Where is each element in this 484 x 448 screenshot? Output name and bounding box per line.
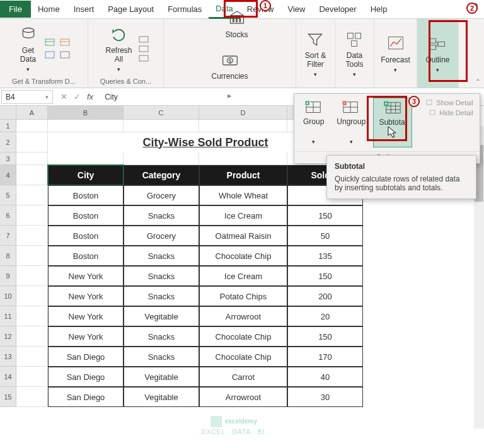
- tab-file[interactable]: File: [0, 1, 31, 18]
- row-header[interactable]: 15: [0, 387, 16, 407]
- cell-category[interactable]: Snacks: [124, 246, 199, 266]
- table-row[interactable]: New YorkSnacksIce Cream150: [16, 266, 484, 286]
- cell-qty[interactable]: 150: [287, 266, 363, 286]
- cell-qty[interactable]: 150: [287, 326, 363, 347]
- col-header[interactable]: B: [48, 106, 124, 120]
- cell-city[interactable]: New York: [48, 306, 124, 326]
- get-data-mini-icons[interactable]: [43, 37, 72, 61]
- tab-insert[interactable]: Insert: [67, 1, 101, 18]
- group-button[interactable]: Group▾: [298, 98, 329, 147]
- row-header[interactable]: 4: [0, 165, 16, 185]
- row-header[interactable]: 2: [0, 132, 16, 152]
- cell-city[interactable]: Boston: [48, 226, 124, 246]
- cell-city[interactable]: Boston: [48, 246, 124, 266]
- ribbon-collapse-icon[interactable]: ⌃: [475, 78, 480, 85]
- cell-category[interactable]: Vegitable: [124, 387, 199, 407]
- cell-qty[interactable]: 170: [287, 347, 363, 367]
- tab-page-layout[interactable]: Page Layout: [101, 1, 161, 18]
- cell-category[interactable]: Snacks: [124, 286, 199, 306]
- tab-view[interactable]: View: [280, 1, 312, 18]
- cell-qty[interactable]: 40: [287, 367, 363, 387]
- row-header[interactable]: 5: [0, 185, 16, 205]
- row-header[interactable]: 8: [0, 246, 16, 266]
- col-header[interactable]: A: [16, 106, 48, 120]
- cell-product[interactable]: Ice Cream: [199, 205, 287, 226]
- outline-button[interactable]: Outline▾: [422, 33, 453, 76]
- cell-product[interactable]: Chocolate Chip: [199, 246, 287, 266]
- row-header[interactable]: 14: [0, 367, 16, 387]
- row-header[interactable]: 12: [0, 326, 16, 347]
- header-product[interactable]: Product: [199, 165, 287, 185]
- tab-home[interactable]: Home: [31, 1, 67, 18]
- col-header[interactable]: D: [199, 106, 287, 120]
- cell-city[interactable]: San Diego: [48, 367, 124, 387]
- cell-qty[interactable]: 135: [287, 246, 363, 266]
- sort-filter-button[interactable]: Sort & Filter▾: [301, 28, 330, 80]
- row-header[interactable]: 13: [0, 347, 16, 367]
- tab-developer[interactable]: Developer: [312, 1, 363, 18]
- cell-qty[interactable]: 30: [287, 387, 363, 407]
- cell-city[interactable]: Boston: [48, 205, 124, 226]
- cell-city[interactable]: New York: [48, 266, 124, 286]
- cell-qty[interactable]: 50: [287, 226, 363, 246]
- cell-qty[interactable]: 20: [287, 306, 363, 326]
- table-row[interactable]: New YorkSnacksPotato Chips200: [16, 286, 484, 306]
- cell-city[interactable]: Boston: [48, 185, 124, 205]
- cancel-formula-icon[interactable]: ✕: [60, 92, 67, 101]
- cell-category[interactable]: Vegitable: [124, 367, 199, 387]
- refresh-all-button[interactable]: Refresh All▾: [101, 23, 135, 75]
- data-types-more-icon[interactable]: ▸: [228, 91, 232, 100]
- cell-city[interactable]: San Diego: [48, 387, 124, 407]
- cell-category[interactable]: Vegitable: [124, 306, 199, 326]
- data-tools-button[interactable]: Data Tools▾: [342, 28, 367, 80]
- tab-help[interactable]: Help: [364, 1, 395, 18]
- cell-product[interactable]: Potato Chips: [199, 286, 287, 306]
- table-row[interactable]: San DiegoVegitableCarrot40: [16, 367, 484, 387]
- table-row[interactable]: New YorkVegitableArrowroot20: [16, 306, 484, 326]
- forecast-button[interactable]: Forecast▾: [377, 33, 414, 76]
- header-city[interactable]: City: [48, 165, 124, 185]
- col-header[interactable]: C: [124, 106, 199, 120]
- cell-product[interactable]: Carrot: [199, 367, 287, 387]
- cell-product[interactable]: Whole Wheat: [199, 185, 287, 205]
- table-row[interactable]: BostonSnacksIce Cream150: [16, 205, 484, 226]
- queries-mini-icons[interactable]: [139, 36, 150, 62]
- row-header[interactable]: 10: [0, 286, 16, 306]
- cell-product[interactable]: Arrowroot: [199, 387, 287, 407]
- stocks-button[interactable]: Stocks: [222, 8, 252, 42]
- fx-icon[interactable]: fx: [87, 92, 93, 101]
- cell-category[interactable]: Snacks: [124, 266, 199, 286]
- select-all-corner[interactable]: [0, 106, 16, 120]
- cell-category[interactable]: Snacks: [124, 326, 199, 347]
- cell-category[interactable]: Grocery: [124, 185, 199, 205]
- cell-product[interactable]: Ice Cream: [199, 266, 287, 286]
- cell-product[interactable]: Chocolate Chip: [199, 347, 287, 367]
- row-header[interactable]: 11: [0, 306, 16, 326]
- table-row[interactable]: New YorkSnacksChocolate Chip150: [16, 326, 484, 347]
- tab-formulas[interactable]: Formulas: [161, 1, 209, 18]
- cell-product[interactable]: Chocolate Chip: [199, 326, 287, 347]
- cell-city[interactable]: New York: [48, 326, 124, 347]
- header-category[interactable]: Category: [124, 165, 199, 185]
- cell-product[interactable]: Arrowroot: [199, 306, 287, 326]
- row-header[interactable]: 9: [0, 266, 16, 286]
- row-header[interactable]: 1: [0, 120, 16, 132]
- enter-formula-icon[interactable]: ✓: [74, 92, 81, 101]
- cell-city[interactable]: San Diego: [48, 347, 124, 367]
- table-row[interactable]: BostonSnacksChocolate Chip135: [16, 246, 484, 266]
- table-row[interactable]: San DiegoSnacksChocolate Chip170: [16, 347, 484, 367]
- cell-city[interactable]: New York: [48, 286, 124, 306]
- get-data-button[interactable]: Get Data▾: [16, 23, 41, 75]
- table-row[interactable]: BostonGroceryOatmeal Raisin50: [16, 226, 484, 246]
- cell-category[interactable]: Snacks: [124, 205, 199, 226]
- cell-product[interactable]: Oatmeal Raisin: [199, 226, 287, 246]
- row-header[interactable]: 3: [0, 152, 16, 165]
- subtotal-button[interactable]: Subtotal: [373, 98, 412, 147]
- cell-category[interactable]: Grocery: [124, 226, 199, 246]
- table-row[interactable]: San DiegoVegitableArrowroot30: [16, 387, 484, 407]
- row-header[interactable]: 7: [0, 226, 16, 246]
- currencies-button[interactable]: $ Currencies: [207, 49, 251, 83]
- cell-qty[interactable]: 150: [287, 205, 363, 226]
- name-box[interactable]: B4▾: [1, 90, 53, 104]
- ungroup-button[interactable]: Ungroup▾: [331, 98, 371, 147]
